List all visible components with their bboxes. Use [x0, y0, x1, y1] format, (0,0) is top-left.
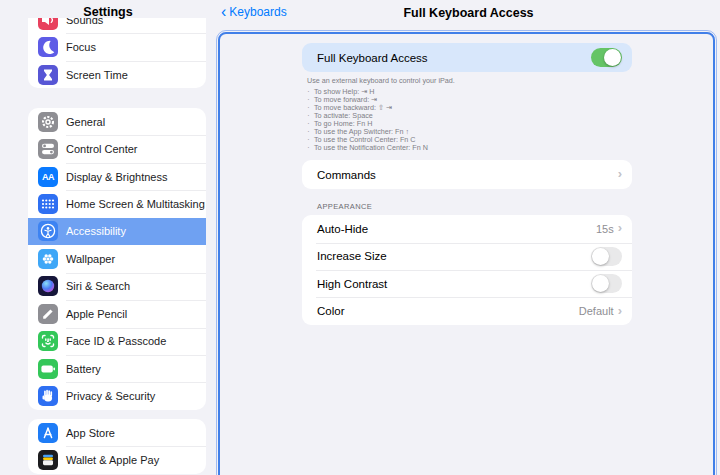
- feature-description: Use an external keyboard to control your…: [307, 77, 632, 86]
- ipad-settings-screen: Sounds Focus Screen Time General: [0, 0, 720, 475]
- sidebar-title: Settings: [0, 5, 216, 19]
- siri-icon: [38, 276, 58, 296]
- sidebar-item-app-store[interactable]: App Store: [28, 419, 206, 446]
- commands-card: Commands ›: [302, 160, 632, 189]
- increase-size-toggle[interactable]: [591, 247, 622, 266]
- auto-hide-row[interactable]: Auto-Hide 15s ›: [302, 215, 632, 242]
- chevron-right-icon: ›: [618, 167, 622, 180]
- color-row[interactable]: Color Default ›: [302, 297, 632, 324]
- control-center-icon: [38, 139, 58, 159]
- sidebar-item-siri-search[interactable]: Siri & Search: [28, 273, 206, 300]
- page-title: Full Keyboard Access: [217, 6, 720, 20]
- sidebar-group-3: App Store Wallet & Apple Pay: [28, 419, 206, 474]
- increase-size-label: Increase Size: [317, 250, 591, 262]
- battery-icon: [38, 359, 58, 379]
- sidebar-item-face-id[interactable]: Face ID & Passcode: [28, 328, 206, 355]
- sidebar-item-label: Wallet & Apple Pay: [66, 454, 159, 466]
- commands-label: Commands: [317, 169, 614, 181]
- sidebar-group-2: General Control Center AA Display & Brig…: [28, 108, 206, 410]
- auto-hide-label: Auto-Hide: [317, 223, 596, 235]
- sidebar: Sounds Focus Screen Time General: [0, 18, 216, 475]
- sidebar-item-control-center[interactable]: Control Center: [28, 135, 206, 162]
- detail-pane: Full Keyboard Access Use an external key…: [302, 43, 632, 325]
- chevron-right-icon: ›: [618, 304, 622, 317]
- sidebar-item-sounds[interactable]: Sounds: [28, 18, 206, 33]
- high-contrast-toggle[interactable]: [591, 274, 622, 293]
- back-button-label: Keyboards: [229, 5, 286, 19]
- sidebar-item-label: Control Center: [66, 143, 138, 155]
- full-keyboard-access-toggle[interactable]: [591, 48, 622, 67]
- sidebar-item-label: Display & Brightness: [66, 171, 168, 183]
- sidebar-item-label: App Store: [66, 427, 115, 439]
- auto-hide-value: 15s: [596, 223, 614, 235]
- shortcut-list: ·To show Help: ⇥ H ·To move forward: ⇥ ·…: [307, 88, 632, 153]
- sidebar-item-label: Focus: [66, 41, 96, 53]
- sidebar-item-privacy[interactable]: Privacy & Security: [28, 382, 206, 409]
- screen-time-icon: [38, 65, 58, 85]
- increase-size-row[interactable]: Increase Size: [302, 243, 632, 270]
- sidebar-item-label: Accessibility: [66, 225, 126, 237]
- wallpaper-icon: [38, 249, 58, 269]
- sidebar-item-label: Siri & Search: [66, 280, 130, 292]
- app-store-icon: [38, 423, 58, 443]
- back-button-keyboards[interactable]: ‹ Keyboards: [221, 5, 287, 19]
- sidebar-item-label: Battery: [66, 363, 101, 375]
- display-brightness-icon: AA: [38, 167, 58, 187]
- sidebar-item-wallpaper[interactable]: Wallpaper: [28, 245, 206, 272]
- sidebar-item-battery[interactable]: Battery: [28, 355, 206, 382]
- appearance-card: Auto-Hide 15s › Increase Size High Contr…: [302, 215, 632, 325]
- sidebar-item-focus[interactable]: Focus: [28, 33, 206, 60]
- sidebar-item-label: Home Screen & Multitasking: [66, 198, 205, 210]
- privacy-icon: [38, 386, 58, 406]
- sidebar-item-apple-pencil[interactable]: Apple Pencil: [28, 300, 206, 327]
- sidebar-item-display-brightness[interactable]: AA Display & Brightness: [28, 163, 206, 190]
- general-icon: [38, 112, 58, 132]
- appearance-section-label: APPEARANCE: [317, 202, 632, 211]
- sidebar-item-label: Screen Time: [66, 69, 128, 81]
- color-label: Color: [317, 305, 579, 317]
- sidebar-item-general[interactable]: General: [28, 108, 206, 135]
- color-value: Default: [579, 305, 614, 317]
- face-id-icon: [38, 331, 58, 351]
- chevron-right-icon: ›: [618, 221, 622, 234]
- full-keyboard-access-label: Full Keyboard Access: [317, 52, 591, 64]
- chevron-left-icon: ‹: [221, 5, 226, 19]
- high-contrast-row[interactable]: High Contrast: [302, 270, 632, 297]
- commands-row[interactable]: Commands ›: [302, 160, 632, 189]
- sidebar-item-wallet[interactable]: Wallet & Apple Pay: [28, 446, 206, 473]
- home-screen-icon: [38, 194, 58, 214]
- sounds-icon: [38, 18, 58, 30]
- sidebar-group-1: Sounds Focus Screen Time: [28, 18, 206, 88]
- sidebar-item-label: Privacy & Security: [66, 390, 155, 402]
- accessibility-icon: [38, 221, 58, 241]
- wallet-icon: [38, 450, 58, 470]
- full-keyboard-access-row[interactable]: Full Keyboard Access: [302, 43, 632, 72]
- sidebar-item-label: Face ID & Passcode: [66, 335, 166, 347]
- sidebar-item-label: Sounds: [66, 18, 103, 26]
- apple-pencil-icon: [38, 304, 58, 324]
- sidebar-item-label: Wallpaper: [66, 253, 115, 265]
- sidebar-item-label: Apple Pencil: [66, 308, 127, 320]
- sidebar-item-accessibility[interactable]: Accessibility: [28, 218, 206, 245]
- sidebar-item-home-screen[interactable]: Home Screen & Multitasking: [28, 190, 206, 217]
- high-contrast-label: High Contrast: [317, 278, 591, 290]
- sidebar-item-screen-time[interactable]: Screen Time: [28, 61, 206, 88]
- sidebar-item-label: General: [66, 116, 105, 128]
- shortcut-item: ·To use the Notification Center: Fn N: [307, 144, 632, 152]
- focus-icon: [38, 37, 58, 57]
